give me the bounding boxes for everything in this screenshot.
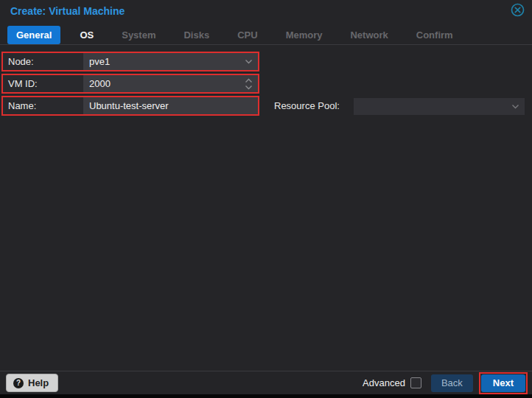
node-combobox[interactable]: pve1 xyxy=(83,53,258,70)
back-button[interactable]: Back xyxy=(431,374,473,392)
name-label: Name: xyxy=(3,97,83,114)
help-button-label: Help xyxy=(28,377,49,388)
resource-pool-label: Resource Pool: xyxy=(274,100,340,111)
chevron-down-icon[interactable] xyxy=(511,102,520,111)
advanced-label: Advanced xyxy=(363,377,405,388)
tab-memory: Memory xyxy=(277,26,332,44)
tab-general[interactable]: General xyxy=(7,26,60,44)
resource-pool-combobox[interactable] xyxy=(354,98,525,115)
advanced-checkbox[interactable] xyxy=(410,377,421,388)
spinner-up-down-icon[interactable] xyxy=(244,77,253,91)
vmid-label: VM ID: xyxy=(3,75,83,92)
advanced-option: Advanced xyxy=(363,377,421,388)
dialog-footer: ? Help Advanced Back Next xyxy=(0,371,532,394)
general-form: Node: pve1 VM ID: 2000 Name xyxy=(0,45,532,52)
tab-system: System xyxy=(113,26,164,44)
node-field-row: Node: pve1 xyxy=(1,52,259,71)
next-button[interactable]: Next xyxy=(481,374,525,392)
vmid-field-row: VM ID: 2000 xyxy=(1,74,259,94)
close-button[interactable] xyxy=(510,4,525,18)
node-value: pve1 xyxy=(89,56,244,67)
tab-network: Network xyxy=(341,26,396,44)
vmid-spinner-field[interactable]: 2000 xyxy=(83,75,258,92)
vmid-value: 2000 xyxy=(89,78,244,89)
close-icon xyxy=(511,3,525,20)
tab-os[interactable]: OS xyxy=(71,26,102,44)
name-input[interactable]: Ubuntu-test-server xyxy=(83,97,258,114)
tab-confirm: Confirm xyxy=(407,26,462,44)
dialog-titlebar: Create: Virtual Machine xyxy=(0,0,532,22)
tab-cpu: CPU xyxy=(228,26,266,44)
chevron-down-icon[interactable] xyxy=(244,57,253,66)
bottom-edge xyxy=(0,394,532,398)
node-label: Node: xyxy=(3,53,83,70)
name-value: Ubuntu-test-server xyxy=(89,100,253,111)
dialog-title: Create: Virtual Machine xyxy=(10,5,510,17)
wizard-tabbar: General OS System Disks CPU Memory Netwo… xyxy=(0,22,532,45)
next-button-highlight: Next xyxy=(479,372,528,394)
name-field-row: Name: Ubuntu-test-server xyxy=(1,96,259,116)
help-button[interactable]: ? Help xyxy=(6,374,58,392)
form-left-column: Node: pve1 VM ID: 2000 Name xyxy=(1,52,259,118)
question-mark-icon: ? xyxy=(13,378,24,388)
tab-disks: Disks xyxy=(175,26,218,44)
